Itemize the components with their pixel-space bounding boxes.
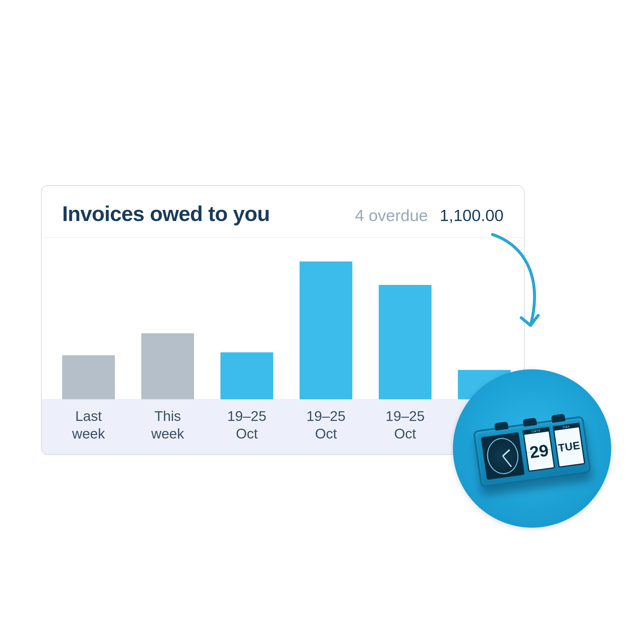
overdue-amount: 1,100.00: [440, 206, 504, 225]
bar: [141, 333, 194, 399]
minute-hand-icon: [502, 456, 512, 467]
overdue-count-label: 4 overdue: [355, 206, 428, 225]
x-axis-labels: LastweekThisweek19–25Oct19–25Oct19–25Oct: [42, 399, 524, 454]
bar: [220, 352, 273, 399]
x-axis-label-line: 19–25: [300, 407, 352, 425]
bar-column: [379, 285, 431, 399]
bar-column: [220, 352, 273, 399]
flip-day: TUE: [553, 426, 585, 468]
x-axis-label-line: week: [62, 425, 115, 443]
bar-chart: [42, 238, 524, 399]
x-axis-label: Thisweek: [141, 407, 194, 443]
x-axis-label-line: Oct: [220, 425, 273, 443]
x-axis-label: Lastweek: [62, 407, 115, 443]
bar-column: [300, 261, 352, 399]
x-axis-label-line: Last: [62, 407, 115, 425]
clock-illustration: DATE DAY 29 TUE: [453, 369, 611, 528]
clock-button-icon: [494, 422, 509, 431]
x-axis-label-line: This: [141, 407, 194, 425]
card-title: Invoices owed to you: [62, 202, 270, 226]
x-axis-label-line: Oct: [300, 425, 352, 443]
x-axis-label-line: 19–25: [379, 407, 431, 425]
hour-hand-icon: [502, 449, 510, 456]
flip-date: 29: [523, 430, 555, 472]
bar: [62, 355, 115, 399]
bar-column: [62, 355, 115, 399]
card-header: Invoices owed to you 4 overdue 1,100.00: [42, 186, 524, 238]
x-axis-label-line: week: [141, 425, 194, 443]
x-axis-label: 19–25Oct: [220, 407, 273, 443]
clock-button-icon: [551, 414, 565, 423]
x-axis-label-line: Oct: [379, 425, 431, 443]
invoices-card: Invoices owed to you 4 overdue 1,100.00 …: [41, 185, 525, 455]
clock-button-icon: [523, 417, 537, 426]
x-axis-label: 19–25Oct: [379, 407, 431, 443]
bar: [300, 261, 352, 399]
bar: [379, 285, 431, 399]
x-axis-label: 19–25Oct: [300, 407, 352, 443]
flip-clock-body: DATE DAY 29 TUE: [473, 416, 591, 487]
x-axis-label-line: 19–25: [220, 407, 273, 425]
card-stats: 4 overdue 1,100.00: [355, 206, 504, 225]
analog-clock-face-icon: [481, 432, 525, 480]
bar-column: [141, 333, 194, 399]
